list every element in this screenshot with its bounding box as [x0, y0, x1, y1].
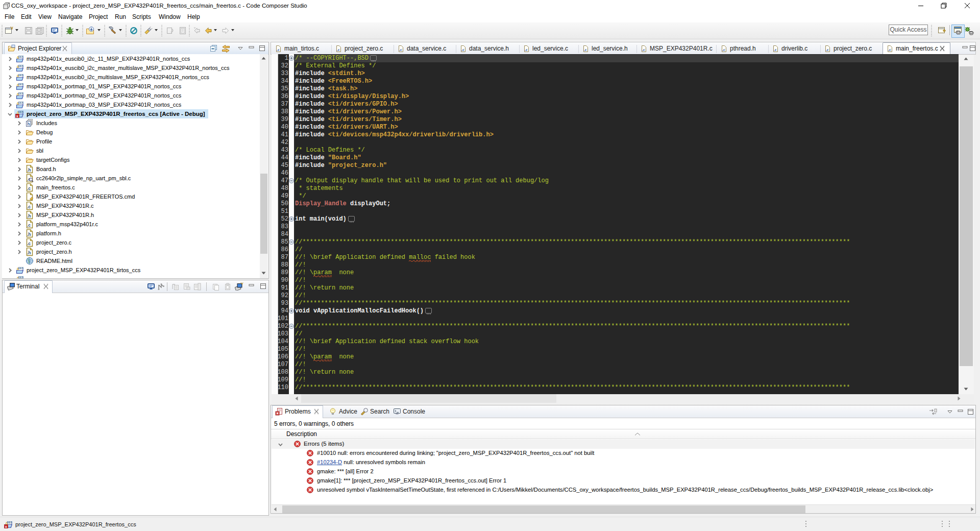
svg-text:.c: .c	[27, 186, 31, 191]
svg-text:.h: .h	[27, 167, 31, 173]
svg-text:ccs: ccs	[18, 91, 24, 95]
svg-text:ccs: ccs	[18, 55, 24, 58]
svg-text:.c: .c	[399, 47, 402, 52]
svg-text:x: x	[16, 114, 18, 118]
svg-text:ccs: ccs	[18, 73, 24, 77]
svg-text:.c: .c	[525, 47, 528, 52]
svg-text:.c: .c	[27, 241, 31, 246]
svg-text:.c: .c	[27, 204, 31, 209]
svg-text:.c: .c	[888, 47, 891, 52]
svg-text:x: x	[5, 525, 7, 528]
svg-text:ccs: ccs	[18, 275, 24, 278]
svg-text:.c: .c	[27, 223, 31, 228]
svg-text:ccs: ccs	[18, 266, 24, 270]
svg-text:.c: .c	[584, 47, 587, 52]
svg-text:.c: .c	[337, 47, 340, 52]
svg-text:ccs: ccs	[18, 110, 24, 113]
svg-text:h: h	[27, 122, 30, 127]
svg-text:ccs: ccs	[7, 520, 13, 524]
svg-text:.c: .c	[722, 47, 725, 52]
svg-text:ccs: ccs	[18, 101, 24, 104]
svg-text:ccs: ccs	[18, 64, 24, 67]
svg-text:.c: .c	[461, 47, 464, 52]
svg-text:.h: .h	[27, 213, 31, 219]
svg-text:.c: .c	[774, 47, 777, 52]
svg-text:.c: .c	[277, 47, 280, 52]
svg-text:.c: .c	[642, 47, 645, 52]
svg-text:.h: .h	[27, 232, 31, 237]
svg-text:.c: .c	[826, 47, 829, 52]
svg-text:.h: .h	[27, 250, 31, 255]
svg-text:ccs: ccs	[18, 82, 24, 86]
